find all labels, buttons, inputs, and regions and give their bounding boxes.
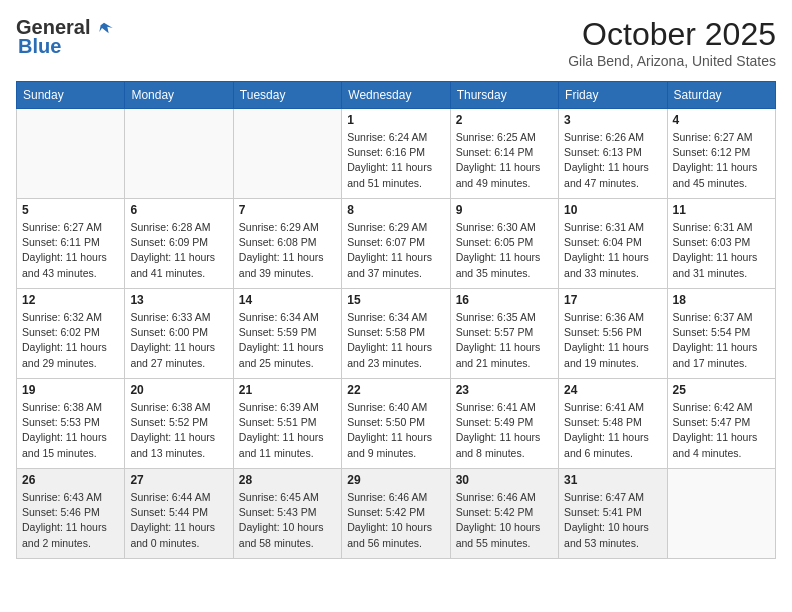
day-number: 12	[22, 293, 119, 307]
calendar-cell: 29Sunrise: 6:46 AMSunset: 5:42 PMDayligh…	[342, 469, 450, 559]
calendar-cell: 12Sunrise: 6:32 AMSunset: 6:02 PMDayligh…	[17, 289, 125, 379]
location-subtitle: Gila Bend, Arizona, United States	[568, 53, 776, 69]
calendar-cell: 15Sunrise: 6:34 AMSunset: 5:58 PMDayligh…	[342, 289, 450, 379]
day-number: 5	[22, 203, 119, 217]
day-info: Sunrise: 6:28 AMSunset: 6:09 PMDaylight:…	[130, 220, 227, 281]
calendar-cell: 28Sunrise: 6:45 AMSunset: 5:43 PMDayligh…	[233, 469, 341, 559]
day-info: Sunrise: 6:38 AMSunset: 5:52 PMDaylight:…	[130, 400, 227, 461]
title-block: October 2025 Gila Bend, Arizona, United …	[568, 16, 776, 69]
calendar-cell: 23Sunrise: 6:41 AMSunset: 5:49 PMDayligh…	[450, 379, 558, 469]
day-number: 21	[239, 383, 336, 397]
day-info: Sunrise: 6:44 AMSunset: 5:44 PMDaylight:…	[130, 490, 227, 551]
day-header-monday: Monday	[125, 82, 233, 109]
day-number: 31	[564, 473, 661, 487]
day-info: Sunrise: 6:43 AMSunset: 5:46 PMDaylight:…	[22, 490, 119, 551]
day-header-saturday: Saturday	[667, 82, 775, 109]
day-number: 27	[130, 473, 227, 487]
week-row-3: 12Sunrise: 6:32 AMSunset: 6:02 PMDayligh…	[17, 289, 776, 379]
logo-bird-icon	[94, 18, 114, 38]
calendar-cell	[667, 469, 775, 559]
day-number: 15	[347, 293, 444, 307]
calendar-header-row: SundayMondayTuesdayWednesdayThursdayFrid…	[17, 82, 776, 109]
day-header-wednesday: Wednesday	[342, 82, 450, 109]
day-info: Sunrise: 6:25 AMSunset: 6:14 PMDaylight:…	[456, 130, 553, 191]
calendar-cell: 3Sunrise: 6:26 AMSunset: 6:13 PMDaylight…	[559, 109, 667, 199]
calendar-cell: 11Sunrise: 6:31 AMSunset: 6:03 PMDayligh…	[667, 199, 775, 289]
calendar-cell: 26Sunrise: 6:43 AMSunset: 5:46 PMDayligh…	[17, 469, 125, 559]
page-header: General Blue October 2025 Gila Bend, Ari…	[16, 16, 776, 69]
calendar-cell: 6Sunrise: 6:28 AMSunset: 6:09 PMDaylight…	[125, 199, 233, 289]
day-info: Sunrise: 6:42 AMSunset: 5:47 PMDaylight:…	[673, 400, 770, 461]
calendar-cell: 4Sunrise: 6:27 AMSunset: 6:12 PMDaylight…	[667, 109, 775, 199]
day-number: 25	[673, 383, 770, 397]
calendar-cell: 27Sunrise: 6:44 AMSunset: 5:44 PMDayligh…	[125, 469, 233, 559]
day-info: Sunrise: 6:30 AMSunset: 6:05 PMDaylight:…	[456, 220, 553, 281]
day-number: 16	[456, 293, 553, 307]
calendar-cell: 25Sunrise: 6:42 AMSunset: 5:47 PMDayligh…	[667, 379, 775, 469]
day-info: Sunrise: 6:45 AMSunset: 5:43 PMDaylight:…	[239, 490, 336, 551]
day-number: 9	[456, 203, 553, 217]
week-row-4: 19Sunrise: 6:38 AMSunset: 5:53 PMDayligh…	[17, 379, 776, 469]
week-row-5: 26Sunrise: 6:43 AMSunset: 5:46 PMDayligh…	[17, 469, 776, 559]
day-info: Sunrise: 6:29 AMSunset: 6:07 PMDaylight:…	[347, 220, 444, 281]
day-info: Sunrise: 6:34 AMSunset: 5:58 PMDaylight:…	[347, 310, 444, 371]
day-info: Sunrise: 6:38 AMSunset: 5:53 PMDaylight:…	[22, 400, 119, 461]
logo-blue-text: Blue	[18, 35, 61, 58]
day-number: 24	[564, 383, 661, 397]
day-number: 2	[456, 113, 553, 127]
day-number: 17	[564, 293, 661, 307]
calendar-cell: 9Sunrise: 6:30 AMSunset: 6:05 PMDaylight…	[450, 199, 558, 289]
day-number: 28	[239, 473, 336, 487]
day-number: 19	[22, 383, 119, 397]
day-info: Sunrise: 6:29 AMSunset: 6:08 PMDaylight:…	[239, 220, 336, 281]
day-info: Sunrise: 6:31 AMSunset: 6:04 PMDaylight:…	[564, 220, 661, 281]
day-number: 22	[347, 383, 444, 397]
day-number: 1	[347, 113, 444, 127]
day-number: 11	[673, 203, 770, 217]
calendar-cell	[125, 109, 233, 199]
calendar-cell: 2Sunrise: 6:25 AMSunset: 6:14 PMDaylight…	[450, 109, 558, 199]
day-info: Sunrise: 6:31 AMSunset: 6:03 PMDaylight:…	[673, 220, 770, 281]
day-info: Sunrise: 6:47 AMSunset: 5:41 PMDaylight:…	[564, 490, 661, 551]
day-info: Sunrise: 6:46 AMSunset: 5:42 PMDaylight:…	[347, 490, 444, 551]
calendar-cell: 19Sunrise: 6:38 AMSunset: 5:53 PMDayligh…	[17, 379, 125, 469]
day-number: 13	[130, 293, 227, 307]
day-number: 4	[673, 113, 770, 127]
calendar-cell: 24Sunrise: 6:41 AMSunset: 5:48 PMDayligh…	[559, 379, 667, 469]
day-number: 14	[239, 293, 336, 307]
logo: General Blue	[16, 16, 114, 58]
calendar-cell: 1Sunrise: 6:24 AMSunset: 6:16 PMDaylight…	[342, 109, 450, 199]
day-number: 23	[456, 383, 553, 397]
day-info: Sunrise: 6:35 AMSunset: 5:57 PMDaylight:…	[456, 310, 553, 371]
day-info: Sunrise: 6:39 AMSunset: 5:51 PMDaylight:…	[239, 400, 336, 461]
day-number: 30	[456, 473, 553, 487]
calendar-table: SundayMondayTuesdayWednesdayThursdayFrid…	[16, 81, 776, 559]
day-info: Sunrise: 6:26 AMSunset: 6:13 PMDaylight:…	[564, 130, 661, 191]
day-number: 7	[239, 203, 336, 217]
day-info: Sunrise: 6:27 AMSunset: 6:11 PMDaylight:…	[22, 220, 119, 281]
calendar-cell: 31Sunrise: 6:47 AMSunset: 5:41 PMDayligh…	[559, 469, 667, 559]
day-number: 29	[347, 473, 444, 487]
day-info: Sunrise: 6:40 AMSunset: 5:50 PMDaylight:…	[347, 400, 444, 461]
calendar-cell: 21Sunrise: 6:39 AMSunset: 5:51 PMDayligh…	[233, 379, 341, 469]
day-number: 18	[673, 293, 770, 307]
calendar-cell: 22Sunrise: 6:40 AMSunset: 5:50 PMDayligh…	[342, 379, 450, 469]
day-number: 20	[130, 383, 227, 397]
day-header-sunday: Sunday	[17, 82, 125, 109]
day-info: Sunrise: 6:34 AMSunset: 5:59 PMDaylight:…	[239, 310, 336, 371]
day-info: Sunrise: 6:41 AMSunset: 5:49 PMDaylight:…	[456, 400, 553, 461]
day-number: 26	[22, 473, 119, 487]
calendar-cell: 5Sunrise: 6:27 AMSunset: 6:11 PMDaylight…	[17, 199, 125, 289]
calendar-cell: 20Sunrise: 6:38 AMSunset: 5:52 PMDayligh…	[125, 379, 233, 469]
day-number: 6	[130, 203, 227, 217]
day-info: Sunrise: 6:24 AMSunset: 6:16 PMDaylight:…	[347, 130, 444, 191]
day-info: Sunrise: 6:33 AMSunset: 6:00 PMDaylight:…	[130, 310, 227, 371]
day-info: Sunrise: 6:41 AMSunset: 5:48 PMDaylight:…	[564, 400, 661, 461]
calendar-cell: 14Sunrise: 6:34 AMSunset: 5:59 PMDayligh…	[233, 289, 341, 379]
calendar-cell: 30Sunrise: 6:46 AMSunset: 5:42 PMDayligh…	[450, 469, 558, 559]
day-number: 8	[347, 203, 444, 217]
day-header-tuesday: Tuesday	[233, 82, 341, 109]
day-header-thursday: Thursday	[450, 82, 558, 109]
calendar-cell: 7Sunrise: 6:29 AMSunset: 6:08 PMDaylight…	[233, 199, 341, 289]
day-info: Sunrise: 6:46 AMSunset: 5:42 PMDaylight:…	[456, 490, 553, 551]
